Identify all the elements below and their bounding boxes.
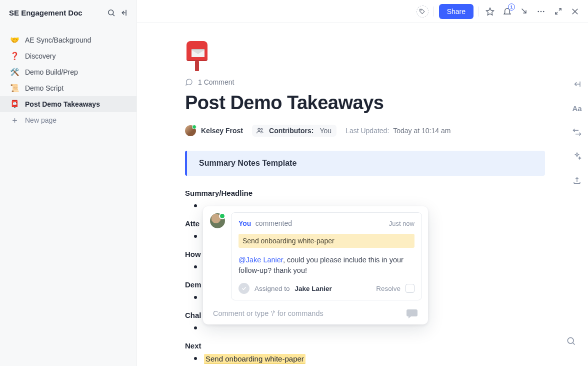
svg-point-0 <box>108 10 113 15</box>
comment-body: @Jake Lanier, could you please include t… <box>238 255 414 276</box>
updated-time: Today at 10:14 am <box>393 127 450 135</box>
comment-footer: Assigned to Jake Lanier Resolve <box>238 283 414 294</box>
resolve-label: Resolve <box>376 285 400 292</box>
outdent-icon[interactable] <box>571 78 583 90</box>
svg-point-6 <box>420 10 421 10</box>
comment-input[interactable] <box>213 309 406 317</box>
scroll-icon: 📜 <box>10 84 19 93</box>
people-icon <box>256 127 264 135</box>
svg-point-21 <box>568 337 574 343</box>
comment-card: You commented Just now Send onboarding w… <box>231 212 422 300</box>
svg-line-1 <box>112 14 114 16</box>
mailbox-icon: 📮 <box>10 100 19 109</box>
share-button[interactable]: Share <box>439 4 474 19</box>
comment-action: commented <box>256 219 292 227</box>
plus-icon <box>10 116 19 125</box>
handshake-icon: 🤝 <box>10 36 19 45</box>
section-heading: Next <box>185 341 545 350</box>
svg-point-9 <box>538 11 539 12</box>
sidebar-item-discovery[interactable]: ❓ Discovery <box>0 48 136 64</box>
close-icon[interactable] <box>569 6 581 18</box>
svg-point-23 <box>258 128 260 130</box>
svg-point-24 <box>261 129 262 130</box>
sidebar-item-label: AE Sync/Background <box>25 36 91 44</box>
comment-timestamp: Just now <box>389 220 414 227</box>
expand-icon[interactable] <box>552 6 564 18</box>
divider <box>478 7 479 17</box>
sidebar-item-demo-script[interactable]: 📜 Demo Script <box>0 80 136 96</box>
tools-icon: 🛠️ <box>10 68 19 77</box>
assigned-check-icon[interactable] <box>238 283 250 294</box>
comment-popover: You commented Just now Send onboarding w… <box>203 206 428 324</box>
comment-input-row <box>209 306 422 319</box>
list-item[interactable] <box>194 323 545 332</box>
export-icon[interactable] <box>571 174 583 186</box>
favorite-icon[interactable] <box>484 6 496 18</box>
comment-count-link[interactable]: 1 Comment <box>185 78 545 86</box>
svg-point-10 <box>540 11 542 12</box>
sidebar-new-page[interactable]: New page <box>0 112 136 128</box>
sidebar-item-ae-sync[interactable]: 🤝 AE Sync/Background <box>0 32 136 48</box>
contributors-label: Contributors <box>269 127 314 135</box>
sidebar-item-post-demo[interactable]: 📮 Post Demo Takeaways <box>0 96 136 112</box>
callout-text: Summary Notes Template <box>199 159 296 167</box>
typography-icon[interactable]: Aa <box>571 102 583 114</box>
convert-icon[interactable] <box>571 126 583 138</box>
sidebar-item-demo-build[interactable]: 🛠️ Demo Build/Prep <box>0 64 136 80</box>
svg-line-8 <box>522 9 526 14</box>
svg-point-11 <box>543 11 544 12</box>
bullet-icon <box>194 296 197 299</box>
comment-header: You commented Just now <box>238 219 414 228</box>
author-chip[interactable]: Kelsey Frost <box>185 125 243 136</box>
comment-author: You <box>238 219 251 227</box>
mention[interactable]: @Jake Lanier <box>238 256 283 264</box>
doc-title: SE Engagement Doc <box>9 9 104 17</box>
bullet-icon <box>194 204 197 207</box>
collapse-sidebar-icon[interactable] <box>118 7 130 18</box>
resolve-checkbox[interactable] <box>406 284 414 293</box>
divider <box>434 7 434 17</box>
section-next: Next Send onboarding white-paper <box>185 341 545 363</box>
svg-line-22 <box>573 343 575 345</box>
bullet-icon <box>194 357 197 360</box>
bullet-icon <box>194 326 197 329</box>
page-search-icon[interactable] <box>565 335 577 347</box>
contributors-value: You <box>320 127 332 135</box>
list-item[interactable]: Send onboarding white-paper <box>194 354 545 363</box>
send-comment-icon[interactable] <box>406 308 418 318</box>
sidebar: SE Engagement Doc 🤝 AE Sync/Background ❓… <box>0 0 137 366</box>
sidebar-item-label: Discovery <box>25 52 56 60</box>
ai-icon[interactable] <box>571 150 583 162</box>
comment-count-label: 1 Comment <box>198 78 234 86</box>
question-icon: ❓ <box>10 52 19 61</box>
assigned-to-label: Assigned to <box>254 285 290 292</box>
highlighted-text: Send onboarding white-paper <box>204 354 306 363</box>
comment-icon <box>185 78 193 86</box>
notifications-icon[interactable]: 1 <box>501 6 513 18</box>
author-avatar <box>185 125 196 136</box>
assigned-to-name: Jake Lanier <box>295 285 332 292</box>
tag-button[interactable] <box>416 6 428 18</box>
contributors-chip[interactable]: Contributors You <box>252 125 336 137</box>
topbar: Share 1 <box>137 0 588 23</box>
section-heading: Summary/Headline <box>185 189 545 197</box>
updated-label: Last Updated: <box>346 127 389 135</box>
meta-row: Kelsey Frost Contributors You Last Updat… <box>185 125 545 137</box>
page-title: Post Demo Takeaways <box>185 92 545 114</box>
comment-author-avatar <box>210 213 225 228</box>
download-icon[interactable] <box>518 6 530 18</box>
sidebar-item-label: Demo Build/Prep <box>25 68 78 76</box>
svg-marker-7 <box>486 8 494 15</box>
new-page-label: New page <box>25 116 56 124</box>
sidebar-nav: 🤝 AE Sync/Background ❓ Discovery 🛠️ Demo… <box>0 32 136 128</box>
callout-block[interactable]: Summary Notes Template <box>185 151 545 176</box>
search-icon[interactable] <box>106 7 116 18</box>
sidebar-item-label: Demo Script <box>25 84 64 92</box>
bullet-icon <box>194 235 197 238</box>
more-menu-icon[interactable] <box>535 6 547 18</box>
right-rail: Aa <box>566 23 588 366</box>
notification-badge: 1 <box>508 4 515 11</box>
last-updated: Last Updated: Today at 10:14 am <box>346 127 450 135</box>
page-emoji-mailbox[interactable] <box>185 41 210 71</box>
comment-quote: Send onboarding white-paper <box>238 234 414 248</box>
